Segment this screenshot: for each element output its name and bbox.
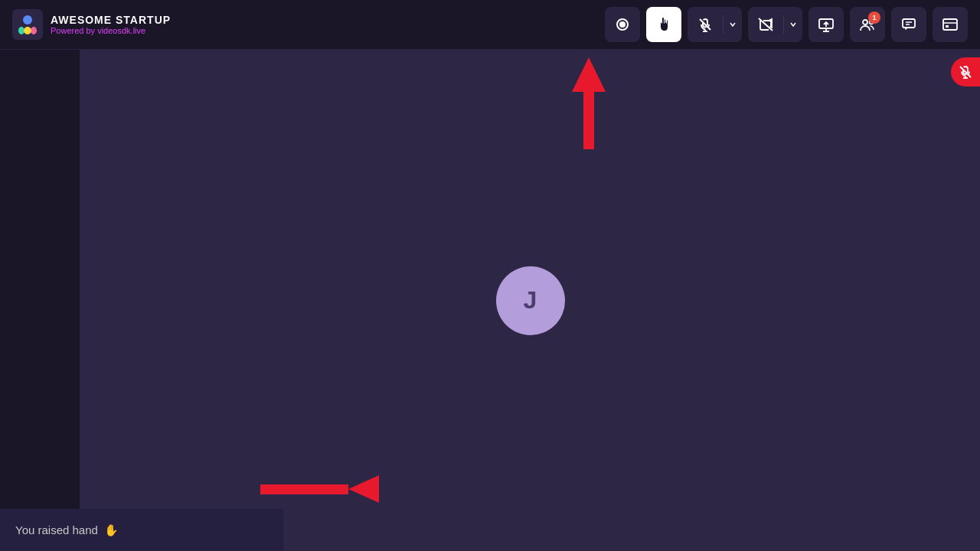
arrow-left-indicator <box>260 475 379 503</box>
header: AWESOME STARTUP Powered by videosdk.live <box>0 0 980 50</box>
notification-message: You raised hand <box>15 523 98 536</box>
svg-point-1 <box>23 15 32 24</box>
header-controls: 1 <box>605 7 968 42</box>
more-button[interactable] <box>933 7 968 42</box>
svg-rect-14 <box>903 19 915 28</box>
chevron-down-icon <box>789 21 797 28</box>
sidebar-left <box>0 50 80 551</box>
mic-control-group <box>688 7 742 42</box>
chevron-down-icon <box>729 21 737 28</box>
participant-initial: J <box>524 286 537 315</box>
camera-control-group <box>748 7 802 42</box>
powered-by: Powered by videosdk.live <box>51 26 171 35</box>
notification-emoji: ✋ <box>104 523 119 536</box>
notification-text: You raised hand ✋ <box>15 523 119 537</box>
svg-point-2 <box>18 27 24 34</box>
app-name: AWESOME STARTUP <box>51 14 171 26</box>
app-logo <box>12 9 43 40</box>
participants-badge: 1 <box>868 11 880 24</box>
record-button[interactable] <box>605 7 640 42</box>
svg-rect-19 <box>946 25 949 28</box>
mic-dropdown-button[interactable] <box>724 7 742 42</box>
screen-share-button[interactable] <box>808 7 844 42</box>
logo-area: AWESOME STARTUP Powered by videosdk.live <box>12 9 171 40</box>
app-title-area: AWESOME STARTUP Powered by videosdk.live <box>51 14 171 35</box>
bottom-notification: You raised hand ✋ <box>0 509 283 551</box>
raise-hand-button[interactable] <box>646 7 681 42</box>
more-icon <box>942 17 959 32</box>
powered-by-link[interactable]: videosdk.live <box>97 26 145 35</box>
screen-share-icon <box>818 17 835 32</box>
chat-button[interactable] <box>891 7 926 42</box>
participants-button[interactable]: 1 <box>850 7 885 42</box>
record-icon <box>615 17 630 32</box>
svg-point-6 <box>619 21 626 28</box>
camera-off-icon <box>757 17 774 32</box>
camera-dropdown-button[interactable] <box>784 7 802 42</box>
arrow-up-indicator <box>572 57 606 149</box>
participant-avatar: J <box>496 266 565 335</box>
mic-off-indicator <box>951 57 980 86</box>
chat-icon <box>901 17 916 32</box>
svg-rect-17 <box>943 19 957 30</box>
svg-point-3 <box>31 27 37 34</box>
main-content: J <box>80 50 980 551</box>
arrow-left-stem <box>260 484 348 494</box>
mic-off-icon <box>697 17 713 32</box>
svg-point-12 <box>863 20 867 24</box>
mic-button[interactable] <box>688 7 723 42</box>
svg-point-4 <box>24 27 31 34</box>
powered-by-text: Powered by <box>51 26 97 35</box>
mic-off-small-icon <box>959 65 972 79</box>
camera-button[interactable] <box>748 7 783 42</box>
arrow-up-head <box>572 57 606 92</box>
arrow-up-stem <box>583 92 594 149</box>
hand-icon <box>656 17 671 32</box>
arrow-left-head <box>348 475 379 503</box>
